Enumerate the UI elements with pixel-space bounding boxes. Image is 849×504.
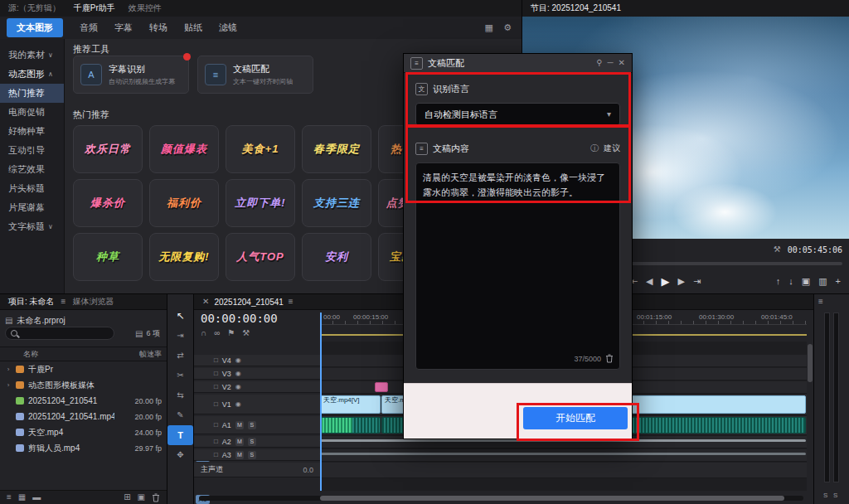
timeline-horizontal-scrollbar[interactable] (199, 496, 803, 501)
tab-project[interactable]: 项目: 未命名 (8, 296, 55, 308)
gear-icon[interactable]: ⚙ (503, 23, 512, 32)
close-icon[interactable]: ✕ (619, 59, 625, 67)
tab-sequence[interactable]: 20251204_210541 (214, 298, 283, 307)
timeline-clip-graphic[interactable] (375, 382, 388, 392)
sticker-template[interactable]: 欢乐日常 (73, 125, 143, 173)
tab-filters[interactable]: 滤镜 (219, 22, 237, 34)
sticker-template[interactable]: 美食+1 (226, 125, 295, 173)
timeline-clip-video[interactable]: 天空.mp4[V] (320, 395, 381, 414)
project-row-bin[interactable]: › 千鹿Pr (0, 361, 167, 377)
lock-icon[interactable]: □ (214, 384, 218, 390)
eye-icon[interactable]: ◉ (235, 384, 241, 390)
timeline-clip-audio-collapsed[interactable] (320, 439, 806, 442)
sticker-template[interactable]: 人气TOP (226, 233, 295, 281)
sidebar-item-ecommerce[interactable]: 电商促销 (0, 103, 64, 122)
sticker-template[interactable]: 支持三连 (302, 179, 371, 227)
pen-tool[interactable]: ✎ (167, 405, 193, 425)
list-view-icon[interactable]: ≡ (7, 493, 12, 502)
comparison-view-icon[interactable]: ▥ (818, 277, 827, 286)
sticker-template[interactable]: 颜值爆表 (149, 125, 219, 173)
track-header-a2[interactable]: □ A2 M S (194, 436, 320, 448)
tab-media-browser[interactable]: 媒体浏览器 (72, 296, 114, 308)
project-row-clip[interactable]: 20251204_210541.mp4 20.00 fp (0, 409, 167, 424)
panel-menu-icon[interactable]: ≡ (61, 298, 66, 306)
lane-a3[interactable] (320, 449, 807, 462)
pin-icon[interactable]: ⚲ (596, 59, 602, 67)
language-select[interactable]: 自动检测目标语言 ▾ (415, 103, 620, 126)
project-row-sequence[interactable]: 20251204_210541 20.00 fp (0, 393, 167, 409)
tool-card-subtitle-recognition[interactable]: A 字幕识别 自动识别视频生成字幕 (73, 56, 189, 94)
close-icon[interactable]: ✕ (202, 298, 209, 306)
lock-icon[interactable]: □ (214, 401, 218, 408)
solo-button[interactable]: S (248, 438, 256, 446)
lock-icon[interactable]: □ (214, 422, 218, 429)
chevron-right-icon[interactable]: › (5, 381, 12, 389)
mute-button[interactable]: M (235, 451, 244, 459)
panel-menu-icon[interactable]: ≡ (818, 298, 823, 306)
lane-master[interactable] (320, 463, 807, 478)
track-header-a1[interactable]: A1 □ A1 M S (194, 416, 320, 434)
tab-transitions[interactable]: 转场 (149, 22, 167, 34)
sidebar-item-interaction[interactable]: 互动引导 (0, 141, 64, 160)
lock-icon[interactable]: □ (214, 439, 218, 445)
timeline-clip-audio[interactable] (320, 417, 381, 434)
sidebar-item-end-credits[interactable]: 片尾谢幕 (0, 198, 64, 217)
ripple-edit-tool[interactable]: ⇄ (167, 346, 193, 366)
button-editor-plus-icon[interactable]: + (836, 277, 841, 286)
tab-stickers[interactable]: 贴纸 (184, 22, 202, 34)
export-frame-icon[interactable]: ▣ (802, 277, 810, 286)
dialog-title-bar[interactable]: ≡ 文稿匹配 ⚲ ─ ✕ (404, 54, 632, 73)
sidebar-item-motion-graphics[interactable]: 动态图形 ∧ (0, 65, 64, 84)
mute-button[interactable]: M (235, 421, 244, 429)
lock-icon[interactable]: □ (214, 357, 218, 364)
tab-audio[interactable]: 音频 (80, 22, 98, 34)
minimize-icon[interactable]: ─ (608, 59, 614, 67)
sticker-template[interactable]: 爆杀价 (73, 179, 143, 227)
sidebar-item-my-assets[interactable]: 我的素材 ∨ (0, 46, 64, 65)
timeline-vertical-scrollbar[interactable] (808, 344, 813, 382)
script-content-textarea[interactable]: 清晨的天空是被晕染开的淡青色，像一块浸了露水的翡翠，澄澈得能映出云的影子。 (415, 162, 620, 370)
snap-icon[interactable]: ∩ (201, 329, 206, 337)
tab-plugin-assistant[interactable]: 千鹿Pr助手 (74, 2, 115, 14)
sidebar-item-opening-titles[interactable]: 片头标题 (0, 179, 64, 198)
tab-subtitles[interactable]: 字幕 (114, 22, 133, 34)
project-row-clip[interactable]: 剪辑人员.mp4 29.97 fp (0, 440, 167, 456)
timeline-playhead-timecode[interactable]: 00:00:00:00 (201, 312, 278, 325)
hand-tool[interactable]: ✥ (167, 445, 193, 465)
sticker-template[interactable]: 福利价 (149, 179, 219, 227)
slip-tool[interactable]: ⇆ (167, 385, 193, 405)
column-frame-rate[interactable]: 帧速率 (139, 349, 162, 360)
sticker-template[interactable]: 安利 (302, 233, 371, 281)
track-header-v1[interactable]: V1 □ V1 ◉ (194, 395, 320, 414)
eye-icon[interactable]: ◉ (235, 357, 241, 364)
scrollbar-handle[interactable] (320, 496, 784, 501)
tool-card-script-match[interactable]: ≡ 文稿匹配 文本一键对齐时间轴 (197, 56, 313, 94)
master-level[interactable]: 0.0 (303, 466, 313, 474)
start-match-button[interactable]: 开始匹配 (523, 407, 628, 429)
linked-selection-icon[interactable]: ∞ (214, 329, 220, 337)
track-header-master[interactable]: 主声道 0.0 (194, 463, 320, 477)
settings-wrench-icon[interactable]: ⚒ (774, 245, 781, 254)
tab-text-graphics[interactable]: 文本图形 (7, 18, 63, 37)
lock-icon[interactable]: □ (214, 452, 218, 458)
step-forward-icon[interactable]: ▶ (678, 277, 685, 286)
play-button[interactable]: ▶ (662, 276, 670, 287)
timeline-clip-audio-collapsed[interactable] (320, 453, 806, 455)
sidebar-item-hot-recommend[interactable]: 热门推荐 (0, 84, 64, 103)
mute-button[interactable]: M (235, 438, 244, 446)
sticker-template[interactable]: 种草 (73, 233, 143, 281)
lift-icon[interactable]: ↑ (776, 277, 781, 286)
razor-tool[interactable]: ✂ (167, 366, 193, 385)
solo-button[interactable]: S (248, 451, 256, 459)
timeline-marker-icon[interactable]: ⚑ (227, 329, 235, 337)
new-bin-icon[interactable]: ⊞ (124, 493, 130, 502)
sidebar-item-goods[interactable]: 好物种草 (0, 122, 64, 141)
tab-effect-controls[interactable]: 效果控件 (129, 2, 162, 14)
selection-tool[interactable]: ↖ (167, 306, 193, 326)
clear-trash-icon[interactable] (605, 354, 614, 363)
track-header-v4[interactable]: □ V4 ◉ (194, 355, 320, 366)
search-input[interactable] (5, 327, 114, 340)
column-name[interactable]: 名称 (23, 349, 38, 360)
track-select-tool[interactable]: ⇥ (167, 326, 193, 346)
panel-menu-icon[interactable]: ≡ (289, 298, 294, 306)
